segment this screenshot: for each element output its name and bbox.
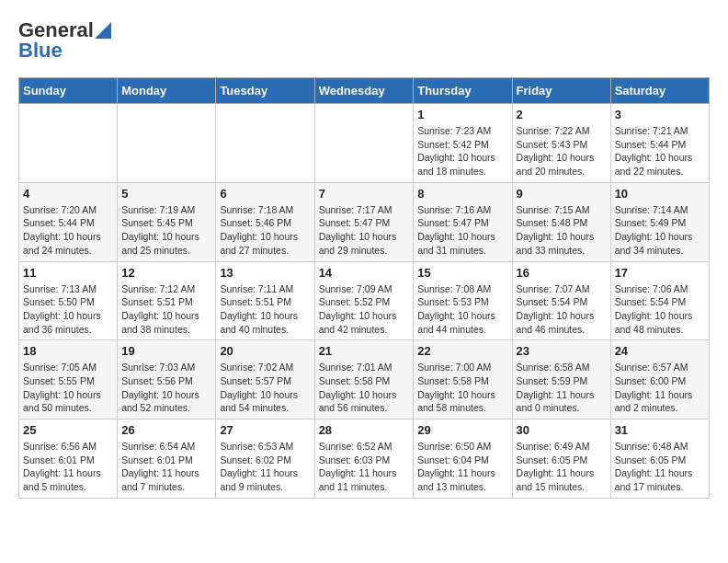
day-info: Sunset: 5:46 PM: [220, 216, 310, 230]
day-info: Sunset: 5:54 PM: [615, 295, 705, 309]
day-info: Sunrise: 6:53 AM: [220, 440, 310, 454]
calendar-cell: 4Sunrise: 7:20 AMSunset: 5:44 PMDaylight…: [19, 182, 118, 261]
day-info: Sunset: 5:59 PM: [517, 374, 607, 388]
day-info: Sunrise: 7:09 AM: [319, 282, 410, 296]
day-info: Daylight: 10 hours: [220, 388, 310, 402]
day-info: Sunset: 6:03 PM: [319, 454, 410, 467]
day-number: 29: [417, 423, 507, 437]
day-info: Daylight: 11 hours: [23, 466, 113, 480]
day-number: 15: [417, 266, 507, 280]
day-info: Daylight: 10 hours: [417, 388, 507, 402]
calendar-cell: 23Sunrise: 6:58 AMSunset: 5:59 PMDayligh…: [512, 340, 610, 419]
day-info: Sunset: 5:57 PM: [220, 374, 310, 388]
calendar-table: SundayMondayTuesdayWednesdayThursdayFrid…: [18, 77, 710, 499]
day-info: and 42 minutes.: [319, 323, 410, 337]
day-info: Sunset: 6:00 PM: [615, 374, 705, 388]
day-info: Sunrise: 7:00 AM: [417, 361, 507, 374]
day-info: Daylight: 10 hours: [615, 230, 705, 244]
day-info: Daylight: 10 hours: [121, 388, 211, 402]
day-number: 30: [517, 423, 607, 437]
day-info: and 11 minutes.: [319, 480, 410, 494]
day-info: Sunrise: 7:01 AM: [319, 361, 410, 374]
day-info: Sunset: 6:01 PM: [23, 454, 113, 467]
day-number: 5: [121, 187, 211, 201]
day-info: Daylight: 11 hours: [121, 466, 211, 480]
calendar-cell: 1Sunrise: 7:23 AMSunset: 5:42 PMDaylight…: [414, 104, 512, 183]
day-info: and 40 minutes.: [220, 323, 310, 337]
day-info: Daylight: 10 hours: [121, 230, 211, 244]
day-info: Sunrise: 6:56 AM: [23, 440, 113, 454]
day-info: Sunrise: 6:48 AM: [615, 440, 705, 454]
calendar-cell: 31Sunrise: 6:48 AMSunset: 6:05 PMDayligh…: [610, 419, 709, 499]
day-info: and 31 minutes.: [417, 244, 507, 258]
day-info: Daylight: 10 hours: [23, 388, 113, 402]
day-info: Sunrise: 7:19 AM: [121, 203, 211, 217]
day-number: 13: [220, 266, 310, 280]
day-number: 16: [517, 266, 607, 280]
day-number: 1: [417, 108, 507, 121]
day-info: and 29 minutes.: [319, 244, 410, 258]
day-info: Daylight: 11 hours: [517, 466, 607, 480]
day-info: Sunset: 5:58 PM: [319, 374, 410, 388]
day-info: and 25 minutes.: [121, 244, 211, 258]
day-info: and 17 minutes.: [615, 480, 705, 494]
day-info: Daylight: 10 hours: [615, 151, 705, 165]
day-info: Daylight: 10 hours: [220, 309, 310, 323]
day-number: 2: [517, 108, 607, 121]
weekday-header-sunday: Sunday: [19, 78, 118, 104]
calendar-cell: [19, 104, 118, 183]
day-info: and 54 minutes.: [220, 401, 310, 415]
day-info: and 58 minutes.: [417, 401, 507, 415]
day-info: Sunset: 6:05 PM: [615, 454, 705, 467]
day-info: Sunrise: 7:08 AM: [417, 282, 507, 296]
day-number: 4: [23, 187, 113, 201]
day-info: Sunset: 5:42 PM: [417, 138, 507, 152]
weekday-header-friday: Friday: [512, 78, 610, 104]
calendar-cell: 5Sunrise: 7:19 AMSunset: 5:45 PMDaylight…: [118, 182, 216, 261]
day-info: Daylight: 11 hours: [615, 466, 705, 480]
day-info: and 9 minutes.: [220, 480, 310, 494]
day-info: Daylight: 11 hours: [417, 466, 507, 480]
day-info: Sunrise: 6:57 AM: [615, 361, 705, 374]
day-info: and 0 minutes.: [517, 401, 607, 415]
calendar-cell: 13Sunrise: 7:11 AMSunset: 5:51 PMDayligh…: [216, 261, 314, 340]
day-number: 19: [121, 344, 211, 358]
day-info: Sunrise: 7:16 AM: [417, 203, 507, 217]
day-info: and 22 minutes.: [615, 165, 705, 178]
calendar-cell: [314, 104, 414, 183]
page-header: General Blue: [18, 18, 710, 63]
day-info: Sunrise: 6:50 AM: [417, 440, 507, 454]
day-info: Sunset: 6:01 PM: [121, 454, 211, 467]
weekday-header-wednesday: Wednesday: [314, 78, 414, 104]
day-info: Sunset: 6:04 PM: [417, 454, 507, 467]
calendar-cell: 16Sunrise: 7:07 AMSunset: 5:54 PMDayligh…: [512, 261, 610, 340]
day-number: 3: [615, 108, 705, 121]
day-number: 24: [615, 344, 705, 358]
day-info: and 7 minutes.: [121, 480, 211, 494]
day-info: Daylight: 10 hours: [319, 388, 410, 402]
day-info: Sunrise: 7:02 AM: [220, 361, 310, 374]
day-info: Sunset: 5:45 PM: [121, 216, 211, 230]
day-info: Sunrise: 7:05 AM: [23, 361, 113, 374]
day-number: 26: [121, 423, 211, 437]
day-info: and 20 minutes.: [517, 165, 607, 178]
day-info: Sunrise: 7:23 AM: [417, 124, 507, 138]
calendar-cell: 14Sunrise: 7:09 AMSunset: 5:52 PMDayligh…: [314, 261, 414, 340]
day-info: Daylight: 11 hours: [220, 466, 310, 480]
day-info: and 38 minutes.: [121, 323, 211, 337]
day-info: and 2 minutes.: [615, 401, 705, 415]
day-info: and 48 minutes.: [615, 323, 705, 337]
day-info: Sunrise: 7:15 AM: [517, 203, 607, 217]
calendar-cell: 20Sunrise: 7:02 AMSunset: 5:57 PMDayligh…: [216, 340, 314, 419]
day-info: Sunset: 6:02 PM: [220, 454, 310, 467]
day-number: 7: [319, 187, 410, 201]
calendar-cell: 17Sunrise: 7:06 AMSunset: 5:54 PMDayligh…: [610, 261, 709, 340]
day-number: 17: [615, 266, 705, 280]
logo-blue-text: Blue: [18, 39, 63, 63]
calendar-cell: 6Sunrise: 7:18 AMSunset: 5:46 PMDaylight…: [216, 182, 314, 261]
calendar-cell: 28Sunrise: 6:52 AMSunset: 6:03 PMDayligh…: [314, 419, 414, 499]
day-number: 27: [220, 423, 310, 437]
calendar-cell: 27Sunrise: 6:53 AMSunset: 6:02 PMDayligh…: [216, 419, 314, 499]
calendar-cell: 8Sunrise: 7:16 AMSunset: 5:47 PMDaylight…: [414, 182, 512, 261]
day-number: 8: [417, 187, 507, 201]
